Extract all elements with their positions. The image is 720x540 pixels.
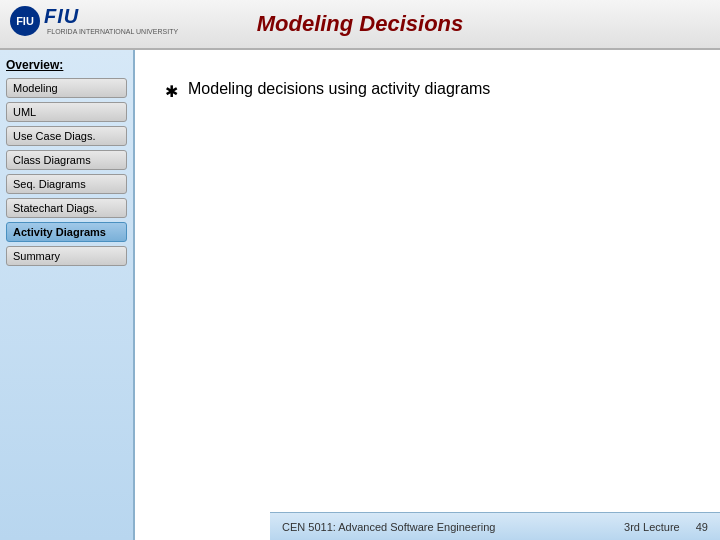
footer-right: 3rd Lecture 49 (624, 521, 708, 533)
sidebar-item-use-case[interactable]: Use Case Diags. (6, 126, 127, 146)
footer-page-number: 49 (696, 521, 708, 533)
bullet-text-1: Modeling decisions using activity diagra… (188, 80, 490, 98)
university-logo: FIU FIU FLORIDA INTERNATIONAL UNIVERSITY (10, 5, 178, 36)
sidebar-item-statechart[interactable]: Statechart Diags. (6, 198, 127, 218)
fiu-logo-sub: FLORIDA INTERNATIONAL UNIVERSITY (47, 28, 178, 36)
fiu-circle: FIU (10, 6, 40, 36)
page-title: Modeling Decisions (257, 11, 464, 37)
sidebar-item-modeling[interactable]: Modeling (6, 78, 127, 98)
sidebar: Overview: Modeling UML Use Case Diags. C… (0, 50, 135, 540)
footer-lecture: 3rd Lecture (624, 521, 680, 533)
page-footer: CEN 5011: Advanced Software Engineering … (270, 512, 720, 540)
fiu-logo-text: FIU (44, 5, 178, 28)
sidebar-item-activity[interactable]: Activity Diagrams (6, 222, 127, 242)
bullet-item-1: ✱ Modeling decisions using activity diag… (165, 80, 690, 101)
footer-course: CEN 5011: Advanced Software Engineering (282, 521, 495, 533)
sidebar-item-seq[interactable]: Seq. Diagrams (6, 174, 127, 194)
sidebar-item-class[interactable]: Class Diagrams (6, 150, 127, 170)
main-layout: Overview: Modeling UML Use Case Diags. C… (0, 50, 720, 540)
bullet-star-icon: ✱ (165, 82, 178, 101)
sidebar-item-summary[interactable]: Summary (6, 246, 127, 266)
main-content: ✱ Modeling decisions using activity diag… (135, 50, 720, 540)
fiu-icon: FIU (16, 15, 34, 27)
page-header: FIU FIU FLORIDA INTERNATIONAL UNIVERSITY… (0, 0, 720, 50)
sidebar-overview-label: Overview: (6, 58, 127, 72)
sidebar-item-uml[interactable]: UML (6, 102, 127, 122)
